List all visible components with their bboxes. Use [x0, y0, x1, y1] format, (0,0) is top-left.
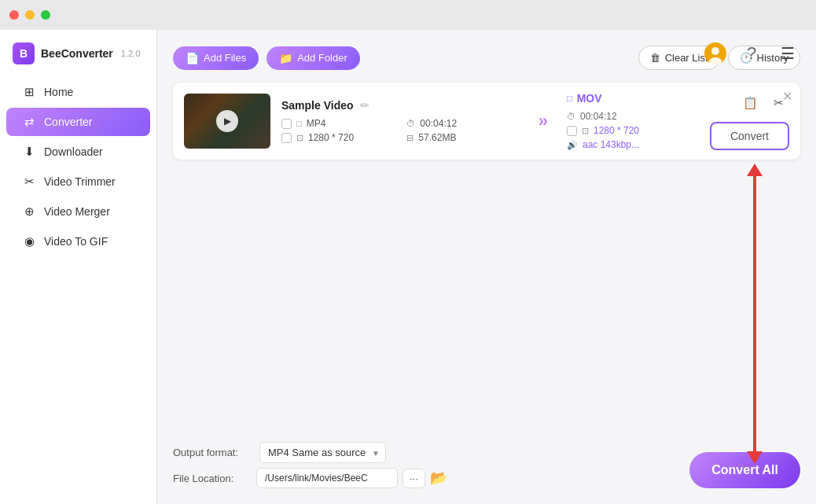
user-icon[interactable]	[703, 41, 728, 66]
convert-all-button[interactable]: Convert All	[689, 452, 800, 488]
home-icon: ⊞	[22, 85, 36, 99]
trimmer-icon: ✂	[22, 175, 36, 189]
output-format-label: □ MOV	[567, 92, 693, 105]
sidebar-item-video-merger[interactable]: ⊕ Video Merger	[6, 197, 150, 226]
arrow-head-down	[747, 451, 763, 464]
path-dots-button[interactable]: ···	[402, 469, 425, 488]
maximize-button[interactable]	[41, 10, 50, 20]
close-card-button[interactable]: ✕	[782, 89, 792, 104]
meta-resolution-row: ⊡ 1280 * 720	[281, 132, 394, 143]
file-info: Sample Video ✏ □ MP4 ⏱ 00:04:12	[281, 99, 520, 143]
clip-icon[interactable]: 📋	[739, 92, 761, 114]
output-resolution-checkbox[interactable]	[567, 126, 577, 136]
svg-point-1	[711, 47, 719, 55]
play-button[interactable]: ▶	[216, 110, 238, 132]
output-audio-icon: 🔊	[567, 140, 578, 150]
format-checkbox[interactable]	[281, 119, 292, 129]
output-duration: 00:04:12	[580, 111, 617, 122]
header-right: ? ☰	[703, 41, 800, 66]
app-container: B BeeConverter 1.2.0 ⊞ Home ⇄ Converter …	[0, 30, 816, 504]
app-version: 1.2.0	[121, 49, 140, 58]
meta-duration-row: ⏱ 00:04:12	[406, 118, 519, 129]
meta-size-row: ⊟ 57.62MB	[406, 132, 519, 143]
sidebar-item-merger-label: Video Merger	[44, 205, 110, 218]
merger-icon: ⊕	[22, 204, 36, 219]
size-icon: ⊟	[406, 133, 414, 143]
video-thumbnail: ▶	[184, 94, 270, 149]
sidebar-item-downloader-label: Downloader	[44, 145, 103, 158]
sidebar-item-video-to-gif[interactable]: ◉ Video To GIF	[6, 227, 150, 256]
input-format: MP4	[307, 118, 326, 129]
output-format-label: Output format:	[173, 447, 252, 458]
sidebar-item-home[interactable]: ⊞ Home	[6, 78, 150, 106]
sidebar-item-home-label: Home	[44, 86, 73, 98]
file-location-row: File Location: ··· 📂	[173, 468, 689, 488]
format-select-wrapper: MP4 Same as source ▼	[259, 442, 386, 463]
output-audio-row: 🔊 aac 143kbp...	[567, 139, 693, 150]
top-left-buttons: 📄 Add Files 📁 Add Folder	[173, 46, 360, 70]
sidebar-item-video-trimmer[interactable]: ✂ Video Trimmer	[6, 167, 150, 196]
file-meta: □ MP4 ⏱ 00:04:12 ⊡ 1280 * 720 ⊟ 57.62	[281, 118, 520, 143]
arrow-head-up	[747, 164, 763, 176]
file-name: Sample Video	[281, 99, 354, 112]
sidebar-item-trimmer-label: Video Trimmer	[44, 175, 116, 188]
input-size: 57.62MB	[418, 132, 456, 143]
resolution-icon: ⊡	[296, 133, 303, 143]
conversion-arrow: »	[531, 111, 556, 131]
logo-icon: B	[13, 42, 35, 64]
main-content: ? ☰ 📄 Add Files 📁 Add Folder 🗑 Clear Lis…	[157, 30, 816, 504]
menu-icon[interactable]: ☰	[775, 41, 800, 66]
add-folder-button[interactable]: 📁 Add Folder	[266, 46, 360, 70]
convert-button[interactable]: Convert	[710, 122, 789, 150]
format-select[interactable]: MP4 Same as source	[259, 442, 386, 463]
sidebar-item-converter-label: Converter	[44, 116, 92, 128]
output-duration-icon: ⏱	[567, 112, 575, 121]
sidebar-item-converter[interactable]: ⇄ Converter	[6, 108, 150, 136]
clear-list-label: Clear List	[665, 52, 708, 64]
action-buttons: 📋 ✂ Convert	[710, 92, 789, 150]
arrow-shaft-down	[753, 231, 756, 451]
output-format-value: MOV	[577, 92, 602, 105]
output-audio: aac 143kbp...	[583, 139, 639, 150]
app-logo: B BeeConverter 1.2.0	[0, 42, 156, 77]
clear-list-icon: 🗑	[650, 52, 660, 64]
file-name-row: Sample Video ✏	[281, 99, 520, 112]
output-duration-row: ⏱ 00:04:12	[567, 111, 693, 122]
meta-format-row: □ MP4	[281, 118, 394, 129]
file-card: ✕ ▶ Sample Video ✏ □ MP4	[173, 83, 800, 160]
folder-icon[interactable]: 📂	[430, 469, 447, 487]
file-path-input[interactable]	[256, 468, 398, 488]
input-duration: 00:04:12	[420, 118, 457, 129]
close-button[interactable]	[9, 10, 19, 20]
edit-icon[interactable]: ✏	[360, 99, 369, 112]
sidebar: B BeeConverter 1.2.0 ⊞ Home ⇄ Converter …	[0, 30, 157, 504]
add-folder-label: Add Folder	[297, 52, 347, 64]
input-resolution: 1280 * 720	[308, 132, 354, 143]
minimize-button[interactable]	[25, 10, 35, 20]
resolution-checkbox[interactable]	[281, 133, 292, 143]
action-icons: 📋 ✂	[710, 92, 789, 114]
titlebar	[0, 0, 816, 30]
converter-icon: ⇄	[22, 115, 36, 129]
output-resolution-row: ⊡ 1280 * 720	[567, 125, 693, 136]
output-meta: ⏱ 00:04:12 ⊡ 1280 * 720 🔊 aac 143kbp...	[567, 111, 693, 150]
gif-icon: ◉	[22, 234, 36, 248]
output-info: □ MOV ⏱ 00:04:12 ⊡ 1280 * 720 🔊	[567, 92, 693, 150]
output-resolution: 1280 * 720	[594, 125, 639, 136]
thumbnail-image: ▶	[184, 94, 270, 149]
file-location-label: File Location:	[173, 473, 252, 484]
output-resolution-icon: ⊡	[582, 126, 589, 136]
arrow-icon: »	[538, 111, 548, 131]
add-files-icon: 📄	[186, 52, 199, 64]
bottom-left: Output format: MP4 Same as source ▼ File…	[173, 442, 689, 488]
sidebar-item-downloader[interactable]: ⬇ Downloader	[6, 138, 150, 166]
add-folder-icon: 📁	[279, 52, 292, 64]
help-icon[interactable]: ?	[739, 41, 764, 66]
annotation-arrow	[747, 164, 763, 464]
add-files-button[interactable]: 📄 Add Files	[173, 46, 259, 70]
app-name: BeeConverter	[41, 47, 113, 60]
format-icon: □	[296, 119, 302, 128]
sidebar-item-gif-label: Video To GIF	[44, 235, 108, 248]
bottom-bar: Output format: MP4 Same as source ▼ File…	[173, 431, 800, 488]
arrow-shaft-up	[753, 176, 756, 231]
